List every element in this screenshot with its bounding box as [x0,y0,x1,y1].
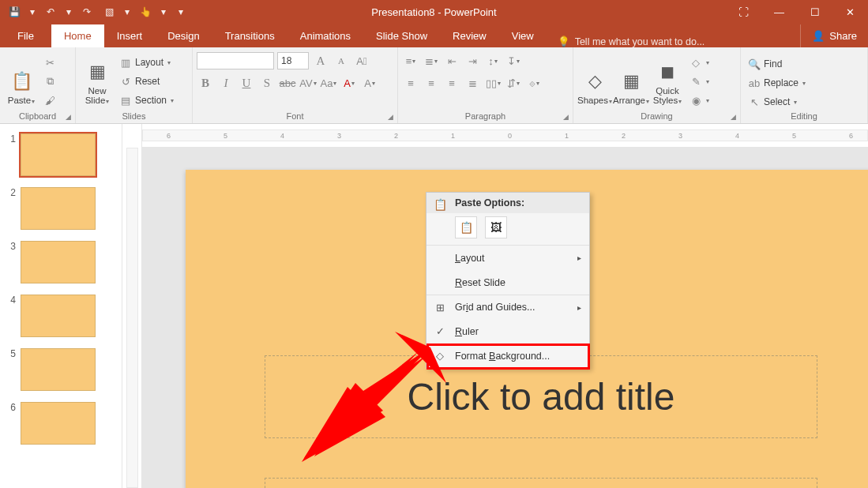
replace-icon: ab [748,77,761,89]
group-slides-label: Slides [76,111,192,123]
align-left-button[interactable]: ≡ [402,74,419,92]
cut-button[interactable]: ✂ [40,54,59,71]
subtitle-placeholder[interactable]: Click to add subtitle [265,478,817,488]
tab-design[interactable]: Design [155,24,212,47]
copy-button[interactable]: ⧉ [40,73,59,90]
paste-use-destination-theme-button[interactable]: 📋 [455,216,477,238]
section-icon: ▤ [119,94,132,107]
font-highlight-color-button[interactable]: A▾ [340,74,358,92]
font-color-button[interactable]: A▾ [361,74,378,92]
shape-effects-icon: ◉ [690,94,702,107]
ctx-layout[interactable]: Layout▸ [426,246,589,270]
shape-fill-button[interactable]: ◇▾ [686,54,712,71]
tab-review[interactable]: Review [440,24,499,47]
slide-thumb-3[interactable]: 3 [0,238,122,291]
tab-animations[interactable]: Animations [287,24,363,47]
shapes-button[interactable]: ◇Shapes▾ [577,51,612,107]
close-button[interactable]: ✕ [832,0,868,24]
columns-button[interactable]: ▯▯▾ [484,74,502,92]
tab-insert[interactable]: Insert [104,24,156,47]
slide-thumb-2[interactable]: 2 [0,184,122,238]
change-case-button[interactable]: Aa▾ [320,74,337,92]
bulb-icon: 💡 [558,36,570,47]
restore-button[interactable]: ☐ [797,0,832,24]
clipboard-dialog-launcher[interactable]: ◢ [66,113,71,121]
find-button[interactable]: 🔍Find [745,55,809,73]
undo-dropdown-icon[interactable]: ▾ [65,4,73,20]
bullets-button[interactable]: ≡▾ [402,52,419,69]
save-icon[interactable]: 💾 [6,4,22,20]
slide-thumb-6[interactable]: 6 [0,399,122,452]
justify-button[interactable]: ≣ [464,74,481,92]
group-drawing-label: Drawing◢ [573,111,740,123]
layout-icon: ▥ [119,56,132,69]
select-button[interactable]: ↖Select▾ [745,93,809,111]
numbering-button[interactable]: ≣▾ [423,52,440,69]
increase-font-size-button[interactable]: A [312,52,329,69]
arrange-button[interactable]: ▦Arrange▾ [614,51,648,107]
decrease-font-size-button[interactable]: A [333,52,350,69]
slide-thumb-4[interactable]: 4 [0,291,122,345]
shape-fill-icon: ◇ [690,56,702,69]
qat-dd2[interactable]: ▾ [123,4,131,20]
qat-dd3[interactable]: ▾ [160,4,167,20]
reset-icon: ↺ [119,75,132,88]
replace-button[interactable]: abReplace▾ [745,74,809,92]
bold-button[interactable]: B [197,74,214,92]
font-name-input[interactable] [197,52,274,69]
paragraph-dialog-launcher[interactable]: ◢ [563,113,569,121]
tell-me-input[interactable]: 💡Tell me what you want to do... [558,36,705,47]
ctx-grid-guides[interactable]: ⊞Grid and Guides...▸ [426,295,589,319]
align-center-button[interactable]: ≡ [423,74,440,92]
start-from-beginning-icon[interactable]: ▧ [101,4,117,20]
decrease-indent-button[interactable]: ⇤ [443,52,460,69]
ctx-ruler[interactable]: ✓Ruler [426,319,589,343]
shadow-button[interactable]: S [258,74,276,92]
context-menu: 📋 Paste Options: 📋 🖼 Layout▸Reset Slide⊞… [426,192,590,369]
quick-styles-button[interactable]: ◼Quick Styles▾ [650,51,685,107]
undo-icon[interactable]: ↶ [43,4,58,20]
align-text-button[interactable]: ⇵▾ [505,74,522,92]
align-right-button[interactable]: ≡ [443,74,460,92]
share-icon: 👤 [812,30,825,42]
slide-thumb-1[interactable]: 1 [0,130,122,184]
shape-effects-button[interactable]: ◉▾ [686,92,712,109]
tab-transitions[interactable]: Transitions [212,24,287,47]
tab-home[interactable]: Home [51,24,104,47]
ctx-reset-slide[interactable]: Reset Slide [426,270,589,295]
new-slide-button[interactable]: ▦ New Slide▾ [80,51,115,107]
redo-icon[interactable]: ↷ [79,4,95,20]
customize-qat-icon[interactable]: ▾ [177,4,185,20]
share-button[interactable]: 👤Share [800,24,868,47]
clear-formatting-button[interactable]: A⃠ [353,52,370,69]
paste-picture-button[interactable]: 🖼 [485,216,507,238]
minimize-button[interactable]: — [761,0,797,24]
ribbon-display-options-button[interactable]: ⛶ [726,0,761,24]
format-painter-button[interactable]: 🖌 [40,92,59,109]
line-spacing-button[interactable]: ↕▾ [484,52,502,69]
ctx-format-background[interactable]: ◇Format Background... [426,343,589,368]
smartart-button[interactable]: ⟐▾ [525,74,543,92]
drawing-dialog-launcher[interactable]: ◢ [731,113,736,121]
reset-button[interactable]: ↺Reset [116,73,177,90]
tab-file[interactable]: File [0,24,51,47]
slide-thumbnails-panel[interactable]: 1 2 3 4 5 6 [0,124,122,488]
italic-button[interactable]: I [217,74,235,92]
slide-thumb-5[interactable]: 5 [0,345,122,399]
char-spacing-button[interactable]: AV▾ [299,74,317,92]
text-direction-button[interactable]: ↧▾ [505,52,522,69]
strikethrough-button[interactable]: abc [279,74,296,92]
layout-button[interactable]: ▥Layout▾ [116,54,177,71]
font-dialog-launcher[interactable]: ◢ [388,113,393,121]
section-button[interactable]: ▤Section▾ [116,92,177,109]
shape-outline-button[interactable]: ✎▾ [686,73,712,90]
font-size-input[interactable] [277,52,309,69]
touch-mouse-mode-icon[interactable]: 👆 [137,4,153,20]
qat-dropdown-icon[interactable]: ▾ [28,4,36,20]
increase-indent-button[interactable]: ⇥ [464,52,481,69]
tab-slide-show[interactable]: Slide Show [363,24,440,47]
underline-button[interactable]: U [238,74,255,92]
shape-outline-icon: ✎ [690,75,702,88]
tab-view[interactable]: View [499,24,547,47]
paste-button[interactable]: 📋 Paste▾ [4,51,39,107]
